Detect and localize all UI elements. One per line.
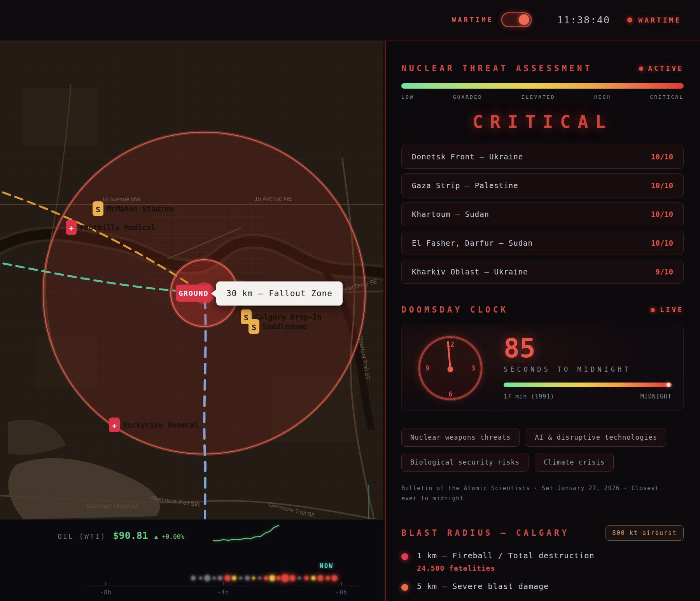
event-dot	[191, 576, 196, 580]
ground-zero-label: GROUND	[178, 289, 208, 297]
yield-badge: 800 kt airburst	[606, 525, 684, 541]
blast-title: BLAST RADIUS — CALGARY	[401, 528, 569, 538]
conflict-row[interactable]: Kharkiv Oblast — Ukraine 9/10	[401, 260, 684, 284]
doomsday-readout: 85 SECONDS TO MIDNIGHT 17 min (1991) MID…	[504, 335, 672, 400]
toggle-knob-icon	[519, 14, 529, 25]
doomsday-clock-card: 12 3 6 9 85 SECONDS TO MIDNIGHT 17 min (…	[401, 324, 684, 411]
ring-range: 1 km — Fireball / Total destruction	[417, 551, 594, 560]
marker-label: Rockyview General	[123, 421, 198, 429]
fallout-map[interactable]: 16 Avenue NW 16 Avenue NE Memorial Drive…	[0, 41, 383, 519]
wartime-toggle[interactable]	[501, 12, 532, 27]
scale-label: GUARDED	[453, 94, 483, 100]
conflict-row[interactable]: Gaza Strip — Palestine 10/10	[401, 173, 684, 197]
svg-text:S: S	[96, 205, 100, 214]
marker-label: Calgary Drop-In	[255, 313, 322, 321]
timeline-axis	[88, 585, 360, 585]
scale-label: LOW	[401, 94, 414, 100]
conflict-list: Donetsk Front — Ukraine 10/10 Gaza Strip…	[401, 145, 684, 284]
conflict-score: 10/10	[651, 181, 673, 190]
svg-text:+: +	[69, 224, 74, 233]
clock-readout: 11:38:40	[557, 14, 610, 26]
midnight-progress-bar	[504, 383, 672, 387]
timeline-tick-label: -0h	[330, 589, 353, 596]
road-label: 16 Avenue NW	[102, 196, 141, 203]
svg-text:9: 9	[425, 364, 429, 372]
threat-status: ACTIVE	[639, 65, 684, 72]
wartime-toggle-label: WARTIME	[452, 16, 494, 24]
conflict-row[interactable]: Khartoum — Sudan 10/10	[401, 202, 684, 226]
svg-text:3: 3	[471, 364, 475, 372]
live-dot-icon	[651, 308, 655, 312]
status-label: WARTIME	[638, 16, 681, 24]
svg-text:S: S	[252, 323, 256, 332]
threat-scale-labels: LOW GUARDED ELEVATED HIGH CRITICAL	[401, 94, 684, 100]
blast-section-header: BLAST RADIUS — CALGARY 800 kt airburst	[401, 525, 684, 541]
doomsday-status: LIVE	[651, 306, 684, 314]
blast-ring-list: 1 km — Fireball / Total destruction 24,5…	[401, 551, 684, 591]
midnight-scale: 17 min (1991) MIDNIGHT	[504, 393, 672, 400]
conflict-score: 10/10	[651, 239, 673, 247]
section-divider	[401, 294, 684, 294]
top-bar: WARTIME 11:38:40 WARTIME	[0, 0, 700, 40]
status-dot-icon	[627, 17, 632, 23]
timeline-tick-label: -4h	[212, 589, 235, 596]
map-column: 16 Avenue NW 16 Avenue NE Memorial Drive…	[0, 41, 385, 601]
conflict-row[interactable]: El Fasher, Darfur — Sudan 10/10	[401, 231, 684, 255]
fallout-tooltip: 30 km — Fallout Zone	[216, 281, 343, 306]
marker-label: Foothills Medical	[80, 223, 155, 232]
now-label: NOW	[320, 563, 334, 570]
current-threat-level: CRITICAL	[401, 112, 684, 132]
section-divider	[401, 514, 684, 514]
timeline-tick-label: -8h	[94, 589, 117, 596]
conflict-name: Donetsk Front — Ukraine	[412, 152, 523, 161]
threat-title: NUCLEAR THREAT ASSESSMENT	[401, 64, 592, 73]
doomsday-title: DOOMSDAY CLOCK	[401, 305, 508, 314]
svg-text:S: S	[244, 313, 248, 322]
ring-dot-icon	[401, 584, 408, 591]
conflict-name: Gaza Strip — Palestine	[412, 181, 518, 190]
market-ticker-strip: OIL (WTI) $90.81 ▲ +0.00% -8h -4h -0h NO…	[0, 519, 383, 601]
conflict-score: 9/10	[655, 267, 673, 276]
fallout-tooltip-text: 30 km — Fallout Zone	[226, 289, 332, 298]
risk-tag[interactable]: Climate crisis	[535, 453, 614, 472]
seconds-to-midnight-label: SECONDS TO MIDNIGHT	[504, 365, 672, 373]
conflict-score: 10/10	[651, 152, 673, 161]
threat-section-header: NUCLEAR THREAT ASSESSMENT ACTIVE	[401, 64, 684, 73]
risk-tag-list: Nuclear weapons threats AI & disruptive …	[401, 428, 684, 472]
seconds-to-midnight-value: 85	[504, 335, 672, 362]
ground-zero-marker[interactable]: GROUND	[176, 282, 215, 304]
risk-tag[interactable]: Biological security risks	[401, 453, 528, 472]
ring-fatalities: 24,500 fatalities	[417, 564, 594, 572]
road-label: Glenmore Reservoir	[86, 502, 139, 509]
event-timeline-scrubber[interactable]: -8h -4h -0h NOW	[0, 520, 383, 601]
scale-start-label: 17 min (1991)	[504, 393, 554, 400]
blast-ring-row: 1 km — Fireball / Total destruction 24,5…	[401, 551, 684, 572]
marker-label: McMahon Stadium	[107, 204, 173, 213]
doomsday-status-label: LIVE	[660, 306, 684, 314]
conflict-score: 10/10	[651, 210, 673, 218]
conflict-name: Khartoum — Sudan	[412, 210, 489, 218]
active-dot-icon	[639, 66, 643, 71]
bulletin-note: Bulletin of the Atomic Scientists · Set …	[401, 483, 676, 504]
scale-end-label: MIDNIGHT	[640, 393, 672, 400]
ring-dot-icon	[401, 553, 408, 560]
conflict-name: El Fasher, Darfur — Sudan	[412, 239, 533, 247]
ring-range: 5 km — Severe blast damage	[417, 582, 549, 591]
svg-text:6: 6	[448, 390, 452, 398]
wartime-dashboard: WARTIME 11:38:40 WARTIME	[0, 0, 700, 601]
doomsday-section-header: DOOMSDAY CLOCK LIVE	[401, 305, 684, 314]
map-canvas: 16 Avenue NW 16 Avenue NE Memorial Drive…	[0, 41, 383, 519]
conflict-row[interactable]: Donetsk Front — Ukraine 10/10	[401, 145, 684, 169]
scale-label: HIGH	[594, 94, 611, 100]
conflict-name: Kharkiv Oblast — Ukraine	[412, 267, 528, 276]
scale-label: CRITICAL	[650, 94, 684, 100]
threat-level-gradient-bar	[401, 83, 684, 89]
doomsday-clock-face: 12 3 6 9	[413, 330, 487, 404]
threat-status-label: ACTIVE	[648, 65, 684, 72]
road-label: 16 Avenue NE	[255, 195, 292, 202]
risk-tag[interactable]: AI & disruptive technologies	[526, 428, 666, 447]
risk-tag[interactable]: Nuclear weapons threats	[401, 428, 520, 447]
marker-label: Saddledome	[262, 322, 307, 331]
svg-text:+: +	[112, 421, 117, 430]
threat-panel: NUCLEAR THREAT ASSESSMENT ACTIVE LOW GUA…	[385, 41, 700, 601]
